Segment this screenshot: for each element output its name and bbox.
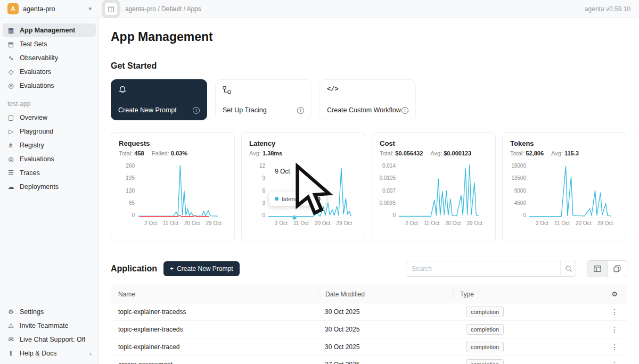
sidebar-item-traces[interactable]: ☰Traces [3,166,96,180]
type-badge: completion [466,324,504,335]
sidebar-main-nav: ▦App Management▤Test Sets∿Observability◇… [0,23,99,93]
wave-icon: ∿ [7,54,15,62]
bell-icon [118,86,127,94]
sidebar-item-settings[interactable]: ⚙Settings [3,305,96,319]
more-actions-icon[interactable]: ⋮ [608,343,621,351]
sidebar-item-help-docs[interactable]: ℹHelp & Docs› [3,346,96,360]
panel-collapse-icon: ◫ [108,5,114,13]
breadcrumb[interactable]: agenta-pro / Default / Apps [125,5,201,13]
table-body: topic-explainer-tracedss30 Oct 2025compl… [111,303,627,364]
search-input[interactable] [406,261,576,277]
chevron-down-icon: ▾ [88,5,92,12]
chat-icon: ✉ [7,336,15,343]
diamond-icon: ◇ [7,68,15,76]
info-icon[interactable]: i [402,107,408,114]
app-name: topic-explainer-tracedss [111,308,325,316]
metric-card-latency: Latency Avg: 1.38ms 129630 9 Oct latency… [241,132,365,242]
search [406,261,576,277]
more-actions-icon[interactable]: ⋮ [608,360,621,364]
sidebar-item-app-management[interactable]: ▦App Management [3,23,96,37]
cost-chart-plot[interactable] [399,163,488,218]
chart-x-axis: 2 Oct11 Oct20 Oct29 Oct [119,218,227,226]
metrics-row: Requests Total: 458Failed: 0.03% 2601951… [111,132,627,242]
table-view-icon [594,265,601,272]
gear-icon: ⚙ [7,308,15,316]
get-started-heading: Get Started [111,61,627,71]
column-header-date-modified[interactable]: Date Modified [318,291,460,298]
info-icon[interactable]: i [193,107,200,114]
sidebar-item-evaluations[interactable]: ◎Evaluations [3,79,96,93]
table-header: Name Date Modified Type ⚙ [111,285,627,303]
workspace-avatar: A [7,3,19,14]
sidebar-item-observability[interactable]: ∿Observability [3,51,96,65]
sidebar-collapse-button[interactable]: ◫ [104,2,118,15]
sidebar-item-deployments[interactable]: ☁Deployments [3,180,96,194]
applications-table: Name Date Modified Type ⚙ topic-explaine… [111,285,627,364]
table-row[interactable]: topic-explainer-traced30 Oct 2025complet… [111,338,627,356]
sidebar-item-playground[interactable]: ▷Playground [3,125,96,138]
chart-y-axis: 260195130650 [119,163,138,218]
info-icon[interactable]: i [297,107,304,114]
sidebar-item-test-sets[interactable]: ▤Test Sets [3,37,96,51]
traces-icon: ☰ [7,169,15,177]
card-view-icon [613,265,621,272]
requests-chart-plot[interactable] [138,163,227,218]
sidebar-item-invite-teammate[interactable]: ⚠Invite Teammate [3,319,96,333]
chart-y-axis: 1800013500900045000 [510,163,529,218]
metric-title: Cost [380,139,488,147]
sidebar-item-evaluators[interactable]: ◇Evaluators [3,65,96,79]
cloud-icon: ☁ [7,183,15,191]
search-button[interactable] [560,261,576,277]
metric-chart-svg [399,163,488,218]
type-badge: completion [466,307,504,317]
table-view-button[interactable] [587,261,607,277]
card-view-button[interactable] [607,261,627,277]
chart-x-axis: 2 Oct11 Oct20 Oct29 Oct [380,218,488,226]
search-icon [565,265,572,272]
metric-card-tokens: Tokens Total: 52,806Avg: 115.3 180001350… [502,132,626,242]
create-new-prompt-button[interactable]: + Create New Prompt [163,261,239,276]
app-name: career-assessment [111,361,325,364]
metric-title: Latency [249,139,357,147]
metric-card-requests: Requests Total: 458Failed: 0.03% 2601951… [111,132,235,242]
sidebar-item-evaluations[interactable]: ◎Evaluations [3,152,96,166]
metric-stat: Avg: $0.000123 [430,150,471,156]
chart-y-axis: 129630 [249,163,268,218]
code-icon: </> [327,86,408,93]
column-header-type[interactable]: Type [453,291,602,298]
table-row[interactable]: career-assessment27 Oct 2025completion⋮ [111,356,627,364]
more-actions-icon[interactable]: ⋮ [608,325,621,334]
tokens-chart-plot[interactable] [529,163,618,218]
metric-stat: Failed: 0.03% [152,150,187,156]
app-version: agenta v0.59.10 [585,5,630,13]
table-settings-gear-icon[interactable]: ⚙ [611,290,618,298]
sidebar-item-registry[interactable]: ⋔Registry [3,138,96,152]
more-actions-icon[interactable]: ⋮ [608,308,621,316]
application-heading: Application [111,264,157,274]
metric-chart-svg [138,163,227,218]
card-label: Create New Prompt [118,106,177,114]
sidebar-item-overview[interactable]: ▢Overview [3,111,96,125]
main-content: App Management Get Started Create New Pr… [99,18,639,364]
app-date-modified: 30 Oct 2025 [325,326,466,333]
tracing-icon [223,86,231,94]
sidebar-item-live-chat-support-off[interactable]: ✉Live Chat Support: Off [3,333,96,346]
table-row[interactable]: topic-explainer-traceds30 Oct 2025comple… [111,321,627,338]
set-up-tracing-card[interactable]: Set Up Tracing i [215,79,312,120]
metric-title: Tokens [510,139,618,147]
mouse-cursor-icon [268,163,357,218]
sidebar-footer-nav: ⚙Settings⚠Invite Teammate✉Live Chat Supp… [0,305,99,360]
page-title: App Management [111,30,627,44]
plus-icon: + [170,265,174,272]
table-row[interactable]: topic-explainer-tracedss30 Oct 2025compl… [111,303,627,321]
app-name: topic-explainer-traced [111,343,325,351]
latency-chart-plot[interactable]: 9 Oct latency 0 [268,163,357,218]
create-new-prompt-card[interactable]: Create New Prompt i [111,79,207,120]
invite-icon: ⚠ [7,322,15,329]
workspace-selector[interactable]: A agenta-pro ▾ [0,0,99,18]
create-custom-workflow-card[interactable]: </> Create Custom Workflow i [320,79,416,120]
app-date-modified: 30 Oct 2025 [325,343,466,351]
metric-title: Requests [119,139,227,147]
column-header-name[interactable]: Name [111,291,325,298]
help-icon: ℹ [7,350,15,357]
